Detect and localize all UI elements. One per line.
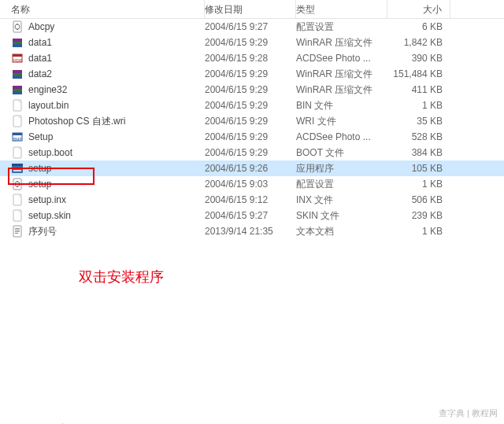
file-name-cell: Abcpy (0, 20, 205, 33)
file-size: 506 KB (387, 194, 450, 205)
column-header-date[interactable]: 修改日期 (205, 0, 296, 18)
file-row[interactable]: Abcpy2004/6/15 9:27配置设置6 KB (0, 19, 504, 35)
file-name-cell: 序列号 (0, 225, 205, 238)
file-name-cell: setup.boot (0, 146, 205, 159)
svg-rect-13 (13, 73, 22, 76)
file-date: 2004/6/15 9:29 (205, 116, 296, 127)
file-date: 2004/6/15 9:27 (205, 21, 296, 32)
gen-icon (11, 99, 24, 112)
gen-icon (11, 115, 24, 127)
file-name-cell: BMPSetup (0, 131, 205, 143)
file-name-cell: data1 (0, 36, 205, 49)
file-size: 239 KB (387, 210, 450, 221)
file-name-cell: setup (0, 162, 205, 175)
svg-rect-14 (13, 76, 22, 79)
file-date: 2004/6/15 9:29 (205, 84, 296, 95)
file-row[interactable]: data12004/6/15 9:29WinRAR 压缩文件1,842 KB (0, 35, 504, 50)
column-header-type[interactable]: 类型 (296, 0, 387, 18)
file-name-cell: setup (0, 178, 205, 190)
svg-rect-30 (13, 168, 17, 169)
file-type: INX 文件 (296, 194, 387, 207)
file-date: 2004/6/15 9:12 (205, 194, 296, 205)
file-date: 2004/6/15 9:03 (205, 179, 296, 190)
file-row[interactable]: BMPSetup2004/6/15 9:29ACDSee Photo ...52… (0, 129, 504, 145)
svg-rect-12 (13, 70, 22, 73)
file-name: data2 (28, 68, 52, 79)
svg-rect-5 (13, 39, 22, 42)
file-type: BOOT 文件 (296, 146, 387, 160)
column-header-size[interactable]: 大小 (387, 0, 450, 18)
svg-rect-44 (15, 233, 18, 234)
file-name: Setup (28, 131, 53, 142)
file-row[interactable]: setup.skin2004/6/15 9:27SKIN 文件239 KB (0, 208, 504, 223)
file-type: 文本文档 (296, 225, 387, 238)
annotation-arrow (0, 239, 504, 424)
file-type: ACDSee Photo ... (296, 131, 387, 142)
file-date: 2004/6/15 9:29 (205, 100, 296, 111)
rar-icon (11, 83, 24, 96)
file-name: Photoshop CS 自述.wri (28, 115, 125, 128)
column-header-name[interactable]: 名称 (0, 0, 205, 18)
gen-icon (11, 209, 24, 222)
svg-rect-16 (13, 86, 22, 89)
file-date: 2004/6/15 9:29 (205, 68, 296, 79)
cfg-icon (11, 20, 24, 33)
file-size: 1 KB (387, 226, 450, 237)
file-row[interactable]: setup2004/6/15 9:03配置设置1 KB (0, 176, 504, 192)
file-name: setup.inx (28, 194, 66, 205)
file-name: setup.skin (28, 210, 71, 221)
file-row[interactable]: HDRdata12004/6/15 9:28ACDSee Photo ...39… (0, 50, 504, 66)
file-size: 528 KB (387, 131, 450, 142)
hdr-icon: HDR (11, 52, 24, 65)
file-type: 配置设置 (296, 178, 387, 191)
file-row[interactable]: layout.bin2004/6/15 9:29BIN 文件1 KB (0, 98, 504, 113)
file-row[interactable]: engine322004/6/15 9:29WinRAR 压缩文件411 KB (0, 82, 504, 98)
file-name: setup (28, 163, 51, 174)
svg-rect-3 (17, 29, 18, 30)
svg-rect-34 (17, 181, 18, 182)
gen-icon (11, 146, 24, 159)
file-size: 384 KB (387, 147, 450, 158)
rar-icon (11, 68, 24, 80)
file-row[interactable]: setup2004/6/15 9:26应用程序105 KB (0, 160, 504, 176)
file-size: 390 KB (387, 53, 450, 64)
svg-rect-29 (12, 164, 23, 166)
file-row[interactable]: data22004/6/15 9:29WinRAR 压缩文件151,484 KB (0, 66, 504, 82)
file-date: 2013/9/14 21:35 (205, 226, 296, 237)
file-size: 1 KB (387, 179, 450, 190)
file-size: 35 KB (387, 116, 450, 127)
file-row[interactable]: 序列号2013/9/14 21:35文本文档1 KB (0, 223, 504, 239)
file-name-cell: data2 (0, 68, 205, 80)
file-date: 2004/6/15 9:26 (205, 163, 296, 174)
svg-rect-9 (13, 54, 22, 57)
file-name-cell: setup.skin (0, 209, 205, 222)
file-name: layout.bin (28, 100, 69, 111)
file-date: 2004/6/15 9:27 (205, 210, 296, 221)
file-name: 序列号 (28, 225, 57, 238)
file-row[interactable]: Photoshop CS 自述.wri2004/6/15 9:29WRI 文件3… (0, 113, 504, 129)
txt-icon (11, 225, 24, 238)
file-size: 105 KB (387, 163, 450, 174)
file-name-cell: setup.inx (0, 194, 205, 206)
file-row[interactable]: setup.inx2004/6/15 9:12INX 文件506 KB (0, 192, 504, 208)
file-size: 1 KB (387, 100, 450, 111)
file-size: 6 KB (387, 21, 450, 32)
svg-rect-17 (13, 89, 22, 91)
file-type: WRI 文件 (296, 115, 387, 128)
cfg-icon (11, 178, 24, 190)
file-name: setup (28, 179, 51, 190)
file-name: Abcpy (28, 21, 54, 32)
file-type: WinRAR 压缩文件 (296, 68, 387, 81)
file-name: engine32 (28, 84, 67, 95)
file-type: WinRAR 压缩文件 (296, 36, 387, 50)
file-name-cell: engine32 (0, 83, 205, 96)
bmp-icon: BMP (11, 131, 24, 143)
svg-text:HDR: HDR (13, 58, 22, 63)
file-size: 411 KB (387, 84, 450, 95)
svg-rect-43 (15, 231, 20, 232)
file-name-cell: HDRdata1 (0, 52, 205, 65)
file-row[interactable]: setup.boot2004/6/15 9:29BOOT 文件384 KB (0, 145, 504, 160)
file-date: 2004/6/15 9:29 (205, 147, 296, 158)
exe-icon (11, 162, 24, 175)
svg-rect-6 (13, 42, 22, 44)
